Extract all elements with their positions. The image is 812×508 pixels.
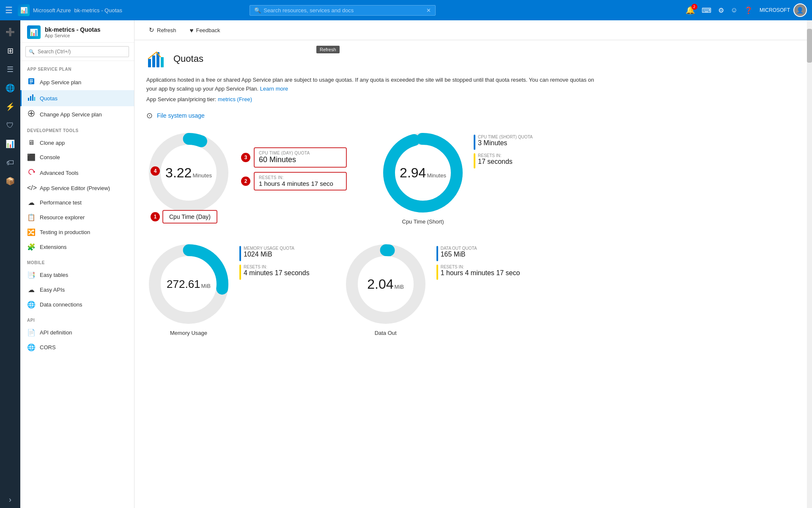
strip-items-icon[interactable]: ☰ <box>2 61 19 78</box>
settings-icon[interactable]: ⚙ <box>718 6 724 14</box>
section-label-app-service-plan: APP SERVICE PLAN <box>20 61 134 74</box>
strip-box-icon[interactable]: 📦 <box>2 173 19 190</box>
cpu-short-label: Cpu Time (Short) <box>402 218 444 225</box>
sidebar-item-quotas-label: Quotas <box>40 95 58 102</box>
svg-rect-10 <box>29 113 33 114</box>
user-menu[interactable]: MICROSOFT 👤 <box>760 3 807 17</box>
strip-bolt-icon[interactable]: ⚡ <box>2 98 19 115</box>
cloud-shell-icon[interactable]: ⌨ <box>702 6 711 14</box>
sidebar-item-app-service-plan-label: App Service plan <box>40 79 81 86</box>
search-clear-icon[interactable]: ✕ <box>426 7 431 14</box>
data-out-quota-value: 165 MiB <box>441 251 477 258</box>
data-out-donut: 2.04 MiB <box>343 242 428 326</box>
sidebar-item-api-definition[interactable]: 📄 API definition <box>20 325 134 340</box>
left-strip: ➕ ⊞ ☰ 🌐 ⚡ 🛡 📊 🏷 📦 › <box>0 20 20 508</box>
data-connections-icon: 🌐 <box>27 301 36 309</box>
sidebar-item-console[interactable]: ⬛ Console <box>20 150 134 165</box>
cpu-day-resets-label: RESETS IN: <box>259 175 342 180</box>
cpu-short-resets-row: RESETS IN: 17 seconds <box>474 153 532 168</box>
sidebar-item-cors-label: CORS <box>40 344 56 351</box>
easy-apis-icon: ☁ <box>27 286 36 294</box>
sidebar-search-container[interactable] <box>20 43 134 61</box>
smiley-icon[interactable]: ☺ <box>731 6 738 14</box>
section-icon: ⊙ <box>146 111 153 120</box>
sidebar-item-easy-apis-label: Easy APIs <box>40 287 65 293</box>
sidebar-item-console-label: Console <box>40 154 60 160</box>
tier-link[interactable]: metrics (Free) <box>218 96 252 102</box>
sidebar-app-icon: 📊 <box>27 25 41 39</box>
sidebar-search-input[interactable] <box>25 46 129 57</box>
strip-dashboard-icon[interactable]: ⊞ <box>2 42 19 59</box>
help-icon[interactable]: ❓ <box>744 6 753 14</box>
page-header: Quotas <box>146 49 795 69</box>
sidebar-item-change-plan[interactable]: Change App Service plan <box>20 106 134 122</box>
sidebar-item-performance-test[interactable]: ☁ Performance test <box>20 195 134 210</box>
sidebar-item-app-service-plan[interactable]: App Service plan <box>20 74 134 90</box>
sidebar-item-easy-tables[interactable]: 📑 Easy tables <box>20 268 134 282</box>
memory-center: 272.61 MiB <box>167 277 211 290</box>
feedback-button[interactable]: ♥ Feedback <box>184 24 226 36</box>
main-content: ↻ Refresh ♥ Feedback Refresh <box>134 20 807 508</box>
strip-tag-icon[interactable]: 🏷 <box>2 154 19 171</box>
sidebar-item-data-connections[interactable]: 🌐 Data connections <box>20 297 134 312</box>
sidebar-item-cors[interactable]: 🌐 CORS <box>20 340 134 355</box>
sidebar-item-resource-explorer[interactable]: 📋 Resource explorer <box>20 210 134 225</box>
data-out-unit: MiB <box>395 283 404 290</box>
notif-count: 2 <box>691 4 697 10</box>
sidebar-item-app-service-editor[interactable]: </> App Service Editor (Preview) <box>20 181 134 195</box>
sidebar-item-testing-in-production[interactable]: 🔀 Testing in production <box>20 225 134 240</box>
hamburger-menu[interactable]: ☰ <box>5 5 13 15</box>
cpu-day-quota-box: CPU TIME (DAY) QUOTA 60 Minutes <box>254 147 347 168</box>
section-header[interactable]: ⊙ File system usage <box>146 111 795 120</box>
top-nav: ☰ 📊 Microsoft Azure bk-metrics - Quotas … <box>0 0 812 20</box>
sidebar-item-app-service-editor-label: App Service Editor (Preview) <box>40 185 110 191</box>
sidebar-item-advanced-tools-label: Advanced Tools <box>40 170 79 176</box>
memory-resets-row: RESETS IN: 4 minutes 17 seconds <box>239 265 310 280</box>
resource-explorer-icon: 📋 <box>27 213 36 221</box>
sidebar-item-advanced-tools[interactable]: Advanced Tools <box>20 165 134 181</box>
memory-chart-wrapper: 272.61 MiB Memory Usage <box>146 242 231 336</box>
badge-4: 4 <box>151 166 160 176</box>
data-out-chart-wrapper: 2.04 MiB Data Out <box>343 242 428 336</box>
brand-icon: 📊 <box>18 4 30 16</box>
cpu-day-value-callout: 4 <box>151 166 160 176</box>
svg-rect-3 <box>30 83 32 83</box>
sidebar-item-clone-app[interactable]: 🖥 Clone app <box>20 135 134 150</box>
strip-add-icon[interactable]: ➕ <box>2 24 19 41</box>
search-icon: 🔍 <box>254 7 261 14</box>
cors-icon: 🌐 <box>27 343 36 351</box>
sidebar-item-easy-apis[interactable]: ☁ Easy APIs <box>20 282 134 297</box>
refresh-button[interactable]: ↻ Refresh <box>143 24 182 36</box>
data-out-quota-label: DATA OUT QUOTA <box>441 246 477 251</box>
clone-app-icon: 🖥 <box>27 139 36 146</box>
cpu-day-value: 3.22 <box>165 165 192 180</box>
cpu-day-quota-row: 3 CPU TIME (DAY) QUOTA 60 Minutes <box>241 147 347 168</box>
memory-quota-content: MEMORY USAGE QUOTA 1024 MiB <box>244 246 294 258</box>
search-input[interactable] <box>263 7 424 14</box>
main-layout: 📊 bk-metrics - Quotas App Service APP SE… <box>0 20 812 508</box>
notifications-icon[interactable]: 🔔 2 <box>686 6 695 15</box>
svg-rect-7 <box>34 97 35 101</box>
right-scrollbar[interactable] <box>807 20 812 508</box>
sidebar-item-api-definition-label: API definition <box>40 329 72 336</box>
strip-chart-icon[interactable]: 📊 <box>2 135 19 152</box>
sidebar-item-testing-in-production-label: Testing in production <box>40 229 90 235</box>
learn-more-link[interactable]: Learn more <box>260 86 288 92</box>
cpu-short-resets-label: RESETS IN: <box>478 153 513 158</box>
sidebar-item-clone-app-label: Clone app <box>40 140 65 146</box>
sidebar-item-resource-explorer-label: Resource explorer <box>40 214 85 221</box>
avatar[interactable]: 👤 <box>793 3 807 17</box>
cpu-short-chart-wrapper: 2.94 Minutes Cpu Time (Short) <box>381 130 465 225</box>
toolbar: ↻ Refresh ♥ Feedback Refresh <box>134 20 807 40</box>
strip-globe-icon[interactable]: 🌐 <box>2 80 19 97</box>
global-search[interactable]: 🔍 ✕ <box>250 5 436 16</box>
svg-rect-4 <box>28 98 29 101</box>
strip-shield-icon[interactable]: 🛡 <box>2 117 19 134</box>
section-label: File system usage <box>157 112 205 119</box>
sidebar-item-extensions[interactable]: 🧩 Extensions <box>20 240 134 254</box>
sidebar-item-quotas[interactable]: Quotas <box>20 90 134 106</box>
scrollbar-thumb[interactable] <box>807 29 812 63</box>
memory-value: 272.61 <box>167 277 200 290</box>
strip-expand-icon[interactable]: › <box>2 491 19 508</box>
testing-in-production-icon: 🔀 <box>27 228 36 236</box>
